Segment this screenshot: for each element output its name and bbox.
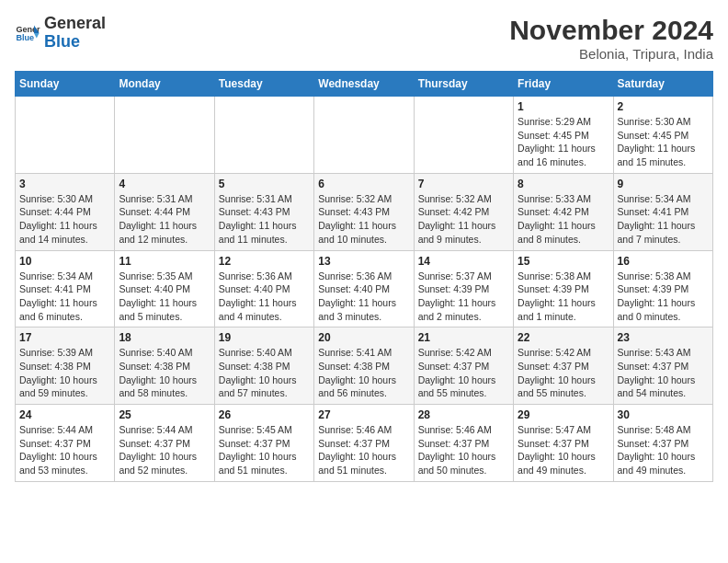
calendar-cell: 19Sunrise: 5:40 AMSunset: 4:38 PMDayligh… xyxy=(214,327,313,405)
day-info: Sunrise: 5:33 AMSunset: 4:42 PMDaylight:… xyxy=(518,192,609,247)
day-info: Sunrise: 5:29 AMSunset: 4:45 PMDaylight:… xyxy=(518,115,609,169)
day-info: Sunrise: 5:32 AMSunset: 4:42 PMDaylight:… xyxy=(418,192,509,247)
weekday-header-sunday: Sunday xyxy=(16,72,115,97)
calendar-cell: 25Sunrise: 5:44 AMSunset: 4:37 PMDayligh… xyxy=(115,405,214,482)
calendar-cell: 27Sunrise: 5:46 AMSunset: 4:37 PMDayligh… xyxy=(314,405,414,482)
day-number: 10 xyxy=(19,255,110,268)
day-info: Sunrise: 5:37 AMSunset: 4:39 PMDaylight:… xyxy=(418,270,509,324)
calendar-cell: 28Sunrise: 5:46 AMSunset: 4:37 PMDayligh… xyxy=(414,405,513,482)
weekday-header-friday: Friday xyxy=(514,72,613,97)
calendar-cell xyxy=(414,97,513,174)
day-info: Sunrise: 5:41 AMSunset: 4:38 PMDaylight:… xyxy=(318,346,409,400)
day-number: 29 xyxy=(518,408,609,421)
calendar-cell: 21Sunrise: 5:42 AMSunset: 4:37 PMDayligh… xyxy=(414,327,513,405)
day-info: Sunrise: 5:38 AMSunset: 4:39 PMDaylight:… xyxy=(518,270,609,324)
svg-marker-3 xyxy=(34,33,40,39)
day-number: 2 xyxy=(618,100,709,113)
day-info: Sunrise: 5:30 AMSunset: 4:44 PMDaylight:… xyxy=(19,192,110,247)
day-number: 3 xyxy=(19,178,110,190)
day-info: Sunrise: 5:34 AMSunset: 4:41 PMDaylight:… xyxy=(19,270,110,324)
logo-text: General Blue xyxy=(44,15,106,52)
weekday-header-thursday: Thursday xyxy=(414,72,513,97)
header: General Blue General Blue November 2024 … xyxy=(15,15,713,62)
day-number: 22 xyxy=(518,331,609,344)
day-number: 11 xyxy=(119,255,210,268)
calendar-cell: 1Sunrise: 5:29 AMSunset: 4:45 PMDaylight… xyxy=(514,97,613,174)
day-number: 4 xyxy=(119,178,210,190)
day-info: Sunrise: 5:30 AMSunset: 4:45 PMDaylight:… xyxy=(618,115,709,169)
day-number: 6 xyxy=(318,178,409,190)
day-number: 25 xyxy=(119,408,210,421)
day-number: 12 xyxy=(219,255,310,268)
calendar-cell xyxy=(314,97,414,174)
calendar-cell: 13Sunrise: 5:36 AMSunset: 4:40 PMDayligh… xyxy=(314,250,414,327)
calendar-cell: 8Sunrise: 5:33 AMSunset: 4:42 PMDaylight… xyxy=(514,173,613,250)
day-info: Sunrise: 5:48 AMSunset: 4:37 PMDaylight:… xyxy=(618,423,709,477)
day-info: Sunrise: 5:44 AMSunset: 4:37 PMDaylight:… xyxy=(19,423,110,477)
calendar-cell: 20Sunrise: 5:41 AMSunset: 4:38 PMDayligh… xyxy=(314,327,414,405)
weekday-header-wednesday: Wednesday xyxy=(314,72,414,97)
calendar-cell: 3Sunrise: 5:30 AMSunset: 4:44 PMDaylight… xyxy=(16,173,115,250)
day-info: Sunrise: 5:46 AMSunset: 4:37 PMDaylight:… xyxy=(418,423,509,477)
calendar-cell: 30Sunrise: 5:48 AMSunset: 4:37 PMDayligh… xyxy=(613,405,712,482)
day-info: Sunrise: 5:40 AMSunset: 4:38 PMDaylight:… xyxy=(119,346,210,400)
day-number: 19 xyxy=(219,331,310,344)
logo-icon: General Blue xyxy=(15,20,40,46)
day-number: 9 xyxy=(618,178,709,190)
weekday-header-row: SundayMondayTuesdayWednesdayThursdayFrid… xyxy=(16,72,713,97)
calendar-cell: 18Sunrise: 5:40 AMSunset: 4:38 PMDayligh… xyxy=(115,327,214,405)
calendar-cell: 17Sunrise: 5:39 AMSunset: 4:38 PMDayligh… xyxy=(16,327,115,405)
day-info: Sunrise: 5:38 AMSunset: 4:39 PMDaylight:… xyxy=(618,270,709,324)
logo: General Blue General Blue xyxy=(15,15,106,52)
day-number: 8 xyxy=(518,178,609,190)
calendar-week-1: 1Sunrise: 5:29 AMSunset: 4:45 PMDaylight… xyxy=(16,97,713,174)
svg-text:Blue: Blue xyxy=(16,33,34,42)
calendar-cell xyxy=(16,97,115,174)
month-title: November 2024 xyxy=(509,15,713,46)
calendar-cell: 4Sunrise: 5:31 AMSunset: 4:44 PMDaylight… xyxy=(115,173,214,250)
day-number: 14 xyxy=(418,255,509,268)
day-info: Sunrise: 5:39 AMSunset: 4:38 PMDaylight:… xyxy=(19,346,110,400)
calendar-cell: 29Sunrise: 5:47 AMSunset: 4:37 PMDayligh… xyxy=(514,405,613,482)
calendar-cell: 5Sunrise: 5:31 AMSunset: 4:43 PMDaylight… xyxy=(214,173,313,250)
day-number: 15 xyxy=(518,255,609,268)
calendar-cell: 11Sunrise: 5:35 AMSunset: 4:40 PMDayligh… xyxy=(115,250,214,327)
weekday-header-monday: Monday xyxy=(115,72,214,97)
day-number: 7 xyxy=(418,178,509,190)
day-info: Sunrise: 5:31 AMSunset: 4:44 PMDaylight:… xyxy=(119,192,210,247)
day-info: Sunrise: 5:45 AMSunset: 4:37 PMDaylight:… xyxy=(219,423,310,477)
day-info: Sunrise: 5:36 AMSunset: 4:40 PMDaylight:… xyxy=(219,270,310,324)
day-number: 16 xyxy=(618,255,709,268)
day-info: Sunrise: 5:35 AMSunset: 4:40 PMDaylight:… xyxy=(119,270,210,324)
day-number: 26 xyxy=(219,408,310,421)
calendar-cell: 15Sunrise: 5:38 AMSunset: 4:39 PMDayligh… xyxy=(514,250,613,327)
day-info: Sunrise: 5:34 AMSunset: 4:41 PMDaylight:… xyxy=(618,192,709,247)
day-info: Sunrise: 5:44 AMSunset: 4:37 PMDaylight:… xyxy=(119,423,210,477)
calendar-cell: 26Sunrise: 5:45 AMSunset: 4:37 PMDayligh… xyxy=(214,405,313,482)
calendar-cell: 16Sunrise: 5:38 AMSunset: 4:39 PMDayligh… xyxy=(613,250,712,327)
day-info: Sunrise: 5:47 AMSunset: 4:37 PMDaylight:… xyxy=(518,423,609,477)
calendar-week-4: 17Sunrise: 5:39 AMSunset: 4:38 PMDayligh… xyxy=(16,327,713,405)
day-info: Sunrise: 5:40 AMSunset: 4:38 PMDaylight:… xyxy=(219,346,310,400)
title-block: November 2024 Belonia, Tripura, India xyxy=(509,15,713,62)
calendar-cell: 24Sunrise: 5:44 AMSunset: 4:37 PMDayligh… xyxy=(16,405,115,482)
weekday-header-saturday: Saturday xyxy=(613,72,712,97)
day-number: 18 xyxy=(119,331,210,344)
day-info: Sunrise: 5:31 AMSunset: 4:43 PMDaylight:… xyxy=(219,192,310,247)
calendar-cell: 6Sunrise: 5:32 AMSunset: 4:43 PMDaylight… xyxy=(314,173,414,250)
day-number: 13 xyxy=(318,255,409,268)
day-info: Sunrise: 5:32 AMSunset: 4:43 PMDaylight:… xyxy=(318,192,409,247)
day-info: Sunrise: 5:46 AMSunset: 4:37 PMDaylight:… xyxy=(318,423,409,477)
day-number: 17 xyxy=(19,331,110,344)
calendar-cell: 23Sunrise: 5:43 AMSunset: 4:37 PMDayligh… xyxy=(613,327,712,405)
calendar-cell: 22Sunrise: 5:42 AMSunset: 4:37 PMDayligh… xyxy=(514,327,613,405)
day-info: Sunrise: 5:42 AMSunset: 4:37 PMDaylight:… xyxy=(418,346,509,400)
calendar-cell: 2Sunrise: 5:30 AMSunset: 4:45 PMDaylight… xyxy=(613,97,712,174)
calendar-cell: 9Sunrise: 5:34 AMSunset: 4:41 PMDaylight… xyxy=(613,173,712,250)
day-number: 21 xyxy=(418,331,509,344)
calendar-table: SundayMondayTuesdayWednesdayThursdayFrid… xyxy=(15,71,713,482)
calendar-week-2: 3Sunrise: 5:30 AMSunset: 4:44 PMDaylight… xyxy=(16,173,713,250)
calendar-cell: 7Sunrise: 5:32 AMSunset: 4:42 PMDaylight… xyxy=(414,173,513,250)
day-info: Sunrise: 5:42 AMSunset: 4:37 PMDaylight:… xyxy=(518,346,609,400)
day-number: 24 xyxy=(19,408,110,421)
